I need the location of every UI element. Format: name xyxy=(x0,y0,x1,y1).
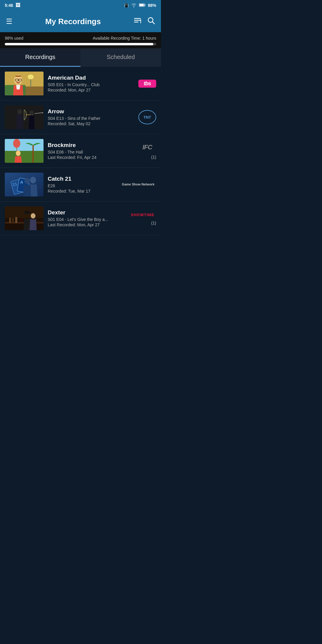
svg-rect-44 xyxy=(9,218,11,223)
search-button[interactable] xyxy=(147,17,155,26)
svg-point-38 xyxy=(30,177,36,183)
showtime-badge: SHOWTIME xyxy=(129,211,157,218)
brockmire-meta: IFC (1) xyxy=(138,142,156,160)
svg-point-21 xyxy=(30,110,34,115)
svg-rect-2 xyxy=(139,4,144,6)
toolbar: ☰ My Recordings xyxy=(0,11,161,32)
battery-icon xyxy=(139,3,145,8)
arrow-title: Arrow xyxy=(48,108,134,115)
svg-point-52 xyxy=(22,219,23,219)
svg-rect-25 xyxy=(5,139,44,151)
svg-rect-46 xyxy=(15,217,17,223)
photo-icon: 🖼 xyxy=(16,3,20,8)
svg-rect-49 xyxy=(25,211,30,213)
status-bar: 5:46 🖼 📳 88% xyxy=(0,0,161,11)
time-display: 5:46 xyxy=(5,3,13,8)
svg-point-50 xyxy=(31,213,35,219)
svg-point-27 xyxy=(13,139,20,148)
dexter-date: Last Recorded: Mon, Apr 27 xyxy=(48,222,125,227)
dexter-episode: S01 E04 - Let's Give the Boy a... xyxy=(48,217,125,222)
arrow-thumb xyxy=(5,105,44,129)
wifi-icon xyxy=(131,3,137,8)
arrow-episode: S04 E13 - Sins of the Father xyxy=(48,116,134,121)
svg-point-18 xyxy=(17,109,22,114)
list-item[interactable]: Arrow S04 E13 - Sins of the Father Recor… xyxy=(0,100,161,134)
svg-point-53 xyxy=(20,220,21,221)
brockmire-thumb xyxy=(5,139,44,163)
status-right: 📳 88% xyxy=(124,3,156,8)
sort-button[interactable] xyxy=(134,17,141,26)
american-dad-thumb xyxy=(5,72,44,95)
svg-point-12 xyxy=(28,75,34,79)
brockmire-episode: S04 E06 - The Hall xyxy=(48,150,134,154)
svg-rect-45 xyxy=(12,218,14,223)
catch21-thumb: 21 A xyxy=(5,173,44,196)
arrow-date: Recorded: Sat, May 02 xyxy=(48,121,134,126)
catch21-date: Recorded: Tue, Mar 17 xyxy=(48,189,116,193)
american-dad-title: American Dad xyxy=(48,75,134,81)
american-dad-meta: tbs xyxy=(138,80,156,88)
svg-rect-1 xyxy=(145,4,145,6)
tab-bar: Recordings Scheduled xyxy=(0,48,161,67)
storage-available: Available Recording Time: 1 hours xyxy=(93,36,156,41)
catch21-title: Catch 21 xyxy=(48,176,116,182)
american-dad-episode: S05 E01 - In Country... Club xyxy=(48,82,134,87)
catch21-episode: E26 xyxy=(48,183,116,188)
arrow-info: Arrow S04 E13 - Sins of the Father Recor… xyxy=(48,108,134,126)
american-dad-info: American Dad S05 E01 - In Country... Clu… xyxy=(48,75,134,92)
storage-section: 98% used Available Recording Time: 1 hou… xyxy=(0,32,161,48)
ifc-badge: IFC xyxy=(138,142,156,152)
dexter-info: Dexter S01 E04 - Let's Give the Boy a...… xyxy=(48,209,125,227)
svg-point-29 xyxy=(16,151,21,156)
gsn-badge: Game Show Network xyxy=(120,181,156,188)
tab-recordings[interactable]: Recordings xyxy=(0,48,80,67)
svg-line-7 xyxy=(152,22,154,24)
storage-text: 98% used Available Recording Time: 1 hou… xyxy=(5,36,156,41)
tab-scheduled[interactable]: Scheduled xyxy=(80,48,161,67)
american-dad-date: Recorded: Mon, Apr 27 xyxy=(48,88,134,92)
catch21-info: Catch 21 E26 Recorded: Tue, Mar 17 xyxy=(48,176,116,193)
dexter-title: Dexter xyxy=(48,209,125,216)
storage-progress-track xyxy=(5,43,156,45)
list-item[interactable]: 21 A Catch 21 E26 Recorded: Tue, Mar 17 … xyxy=(0,168,161,202)
menu-button[interactable]: ☰ xyxy=(6,17,13,26)
svg-point-39 xyxy=(24,178,30,184)
list-item[interactable]: Dexter S01 E04 - Let's Give the Boy a...… xyxy=(0,202,161,235)
battery-percent: 88% xyxy=(148,3,156,8)
dexter-count: (1) xyxy=(151,221,156,225)
page-title: My Recordings xyxy=(18,17,128,26)
list-item[interactable]: Brockmire S04 E06 - The Hall Last Record… xyxy=(0,134,161,168)
recording-list: American Dad S05 E01 - In Country... Clu… xyxy=(0,67,161,235)
brockmire-title: Brockmire xyxy=(48,142,134,148)
list-item[interactable]: American Dad S05 E01 - In Country... Clu… xyxy=(0,67,161,100)
arrow-meta: TNT xyxy=(138,110,156,124)
catch21-meta: Game Show Network xyxy=(120,181,156,188)
brockmire-info: Brockmire S04 E06 - The Hall Last Record… xyxy=(48,142,134,160)
brockmire-date: Last Recorded: Fri, Apr 24 xyxy=(48,155,134,160)
tbs-badge: tbs xyxy=(138,80,156,88)
storage-used: 98% used xyxy=(5,36,23,41)
brockmire-count: (1) xyxy=(151,155,156,160)
vibrate-icon: 📳 xyxy=(124,3,129,8)
svg-point-51 xyxy=(21,219,22,220)
tnt-badge: TNT xyxy=(138,110,156,124)
dexter-meta: SHOWTIME (1) xyxy=(129,211,157,225)
storage-progress-fill xyxy=(5,43,153,45)
dexter-thumb xyxy=(5,206,44,230)
status-left: 5:46 🖼 xyxy=(5,3,20,8)
